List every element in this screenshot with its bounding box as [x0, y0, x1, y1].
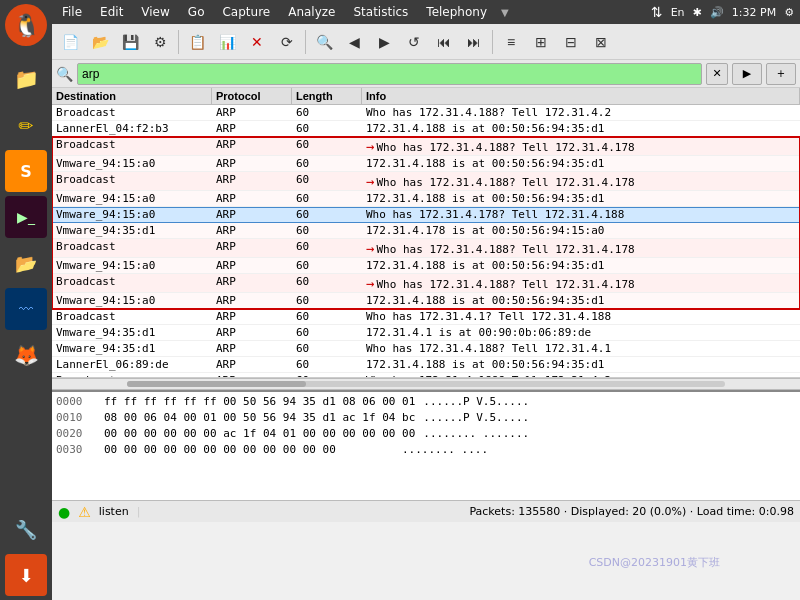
cell-info: Who has 172.31.4.188? Tell 172.31.4.2	[362, 105, 800, 120]
packet-list[interactable]: Destination Protocol Length Info Broadca…	[52, 88, 800, 378]
toolbar-stop-btn[interactable]: ✕	[243, 28, 271, 56]
menu-capture[interactable]: Capture	[218, 3, 274, 21]
toolbar-last-btn[interactable]: ⏭	[460, 28, 488, 56]
settings-gear-icon[interactable]: ⚙	[784, 6, 794, 19]
toolbar-list-btn[interactable]: ≡	[497, 28, 525, 56]
filterbar: 🔍 ✕ ▶ +	[52, 60, 800, 88]
settings-icon[interactable]: 🔧	[5, 508, 47, 550]
toolbar-back-btn[interactable]: ↺	[400, 28, 428, 56]
ubuntu-icon[interactable]: 🐧	[5, 4, 47, 46]
toolbar-settings-btn[interactable]: ⚙	[146, 28, 174, 56]
hex-bytes: ff ff ff ff ff ff 00 50 56 94 35 d1 08 0…	[104, 394, 415, 410]
cell-len: 60	[292, 223, 362, 238]
cell-proto: ARP	[212, 156, 292, 171]
toolbar-stats-btn[interactable]: 📊	[213, 28, 241, 56]
table-row[interactable]: Broadcast ARP 60 →Who has 172.31.4.188? …	[52, 172, 800, 191]
cell-dest: Broadcast	[52, 105, 212, 120]
cell-info: Who has 172.31.4.188? Tell 172.31.4.1	[362, 341, 800, 356]
menu-statistics[interactable]: Statistics	[349, 3, 412, 21]
terminal-icon[interactable]: ▶_	[5, 196, 47, 238]
horizontal-scrollbar[interactable]	[52, 378, 800, 390]
cell-info: 172.31.4.188 is at 00:50:56:94:35:d1	[362, 191, 800, 206]
files2-icon[interactable]: 📂	[5, 242, 47, 284]
cell-dest: Broadcast	[52, 172, 212, 190]
toolbar-expand-btn[interactable]: ⊞	[527, 28, 555, 56]
table-row[interactable]: Vmware_94:15:a0 ARP 60 172.31.4.188 is a…	[52, 258, 800, 274]
main-content: File Edit View Go Capture Analyze Statis…	[52, 0, 800, 600]
text-editor-icon[interactable]: ✏	[5, 104, 47, 146]
table-row[interactable]: Broadcast ARP 60 →Who has 172.31.4.188? …	[52, 137, 800, 156]
hex-bytes: 00 00 00 00 00 00 00 00 00 00 00 00	[104, 442, 394, 458]
filter-input[interactable]	[77, 63, 702, 85]
toolbar-first-btn[interactable]: ⏮	[430, 28, 458, 56]
header-length: Length	[292, 88, 362, 104]
hex-row: 0000 ff ff ff ff ff ff 00 50 56 94 35 d1…	[56, 394, 796, 410]
cell-dest: Vmware_94:15:a0	[52, 156, 212, 171]
table-row[interactable]: Vmware_94:35:d1 ARP 60 Who has 172.31.4.…	[52, 341, 800, 357]
cell-proto: ARP	[212, 239, 292, 257]
table-row[interactable]: Vmware_94:15:a0 ARP 60 172.31.4.188 is a…	[52, 156, 800, 172]
toolbar-close-btn[interactable]: ⊠	[587, 28, 615, 56]
table-row[interactable]: Vmware_94:15:a0 ARP 60 172.31.4.188 is a…	[52, 191, 800, 207]
toolbar-sep-1	[178, 30, 179, 54]
table-row[interactable]: Vmware_94:35:d1 ARP 60 172.31.4.1 is at …	[52, 325, 800, 341]
cell-len: 60	[292, 357, 362, 372]
hex-bytes: 08 00 06 04 00 01 00 50 56 94 35 d1 ac 1…	[104, 410, 415, 426]
table-row[interactable]: LannerEl_06:89:de ARP 60 172.31.4.188 is…	[52, 357, 800, 373]
table-row[interactable]: Vmware_94:15:a0 ARP 60 172.31.4.188 is a…	[52, 293, 800, 309]
cell-proto: ARP	[212, 223, 292, 238]
red-group-container: Broadcast ARP 60 →Who has 172.31.4.188? …	[52, 137, 800, 309]
cell-dest: Vmware_94:15:a0	[52, 207, 212, 222]
cell-dest: Vmware_94:15:a0	[52, 293, 212, 308]
menu-view[interactable]: View	[137, 3, 173, 21]
table-row[interactable]: Vmware_94:35:d1 ARP 60 172.31.4.178 is a…	[52, 223, 800, 239]
toolbar-collapse-btn[interactable]: ⊟	[557, 28, 585, 56]
sidebar: 🐧 📁 ✏ S ▶_ 📂 〰 🦊 🔧 ⬇	[0, 0, 52, 600]
toolbar-next-btn[interactable]: ▶	[370, 28, 398, 56]
table-row[interactable]: Broadcast ARP 60 Who has 172.31.4.1? Tel…	[52, 309, 800, 325]
cell-info: 172.31.4.188 is at 00:50:56:94:35:d1	[362, 258, 800, 273]
status-ready-icon: ●	[58, 504, 70, 520]
toolbar-save-btn[interactable]: 💾	[116, 28, 144, 56]
files-icon[interactable]: 📁	[5, 58, 47, 100]
hex-ascii: ........ .......	[423, 426, 529, 442]
menu-edit[interactable]: Edit	[96, 3, 127, 21]
filter-clear-btn[interactable]: ✕	[706, 63, 728, 85]
cell-info: →Who has 172.31.4.188? Tell 172.31.4.178	[362, 274, 800, 292]
menu-file[interactable]: File	[58, 3, 86, 21]
toolbar-sep-2	[305, 30, 306, 54]
cell-len: 60	[292, 258, 362, 273]
hex-offset: 0020	[56, 426, 96, 442]
system-tray: ⇅ En ✱ 🔊 1:32 PM ⚙	[651, 4, 794, 20]
cell-proto: ARP	[212, 121, 292, 136]
table-row[interactable]: Vmware_94:15:a0 ARP 60 Who has 172.31.4.…	[52, 207, 800, 223]
filter-apply-btn[interactable]: ▶	[732, 63, 762, 85]
hex-dump-panel[interactable]: 0000 ff ff ff ff ff ff 00 50 56 94 35 d1…	[52, 390, 800, 500]
toolbar-new-btn[interactable]: 📄	[56, 28, 84, 56]
toolbar-find-btn[interactable]: 🔍	[310, 28, 338, 56]
table-row[interactable]: Broadcast ARP 60 →Who has 172.31.4.188? …	[52, 239, 800, 258]
sublime-icon[interactable]: S	[5, 150, 47, 192]
filter-expression-btn[interactable]: +	[766, 63, 796, 85]
table-row[interactable]: Broadcast ARP 60 Who has 172.31.4.188? T…	[52, 105, 800, 121]
table-row[interactable]: LannerEl_04:f2:b3 ARP 60 172.31.4.188 is…	[52, 121, 800, 137]
menu-go[interactable]: Go	[184, 3, 209, 21]
toolbar-open-btn[interactable]: 📂	[86, 28, 114, 56]
arrow-icon: →	[366, 173, 374, 189]
toolbar-prev-btn[interactable]: ◀	[340, 28, 368, 56]
software-icon[interactable]: ⬇	[5, 554, 47, 596]
menu-analyze[interactable]: Analyze	[284, 3, 339, 21]
cell-len: 60	[292, 172, 362, 190]
firefox-icon[interactable]: 🦊	[5, 334, 47, 376]
status-separator: |	[137, 505, 141, 518]
toolbar-sep-3	[492, 30, 493, 54]
cell-proto: ARP	[212, 293, 292, 308]
cell-info: →Who has 172.31.4.188? Tell 172.31.4.178	[362, 239, 800, 257]
hex-ascii: ......P V.5.....	[423, 410, 529, 426]
toolbar-restart-btn[interactable]: ⟳	[273, 28, 301, 56]
menu-telephony[interactable]: Telephony	[422, 3, 491, 21]
cell-len: 60	[292, 325, 362, 340]
table-row[interactable]: Broadcast ARP 60 →Who has 172.31.4.188? …	[52, 274, 800, 293]
toolbar-capture-btn[interactable]: 📋	[183, 28, 211, 56]
wireshark-icon[interactable]: 〰	[5, 288, 47, 330]
